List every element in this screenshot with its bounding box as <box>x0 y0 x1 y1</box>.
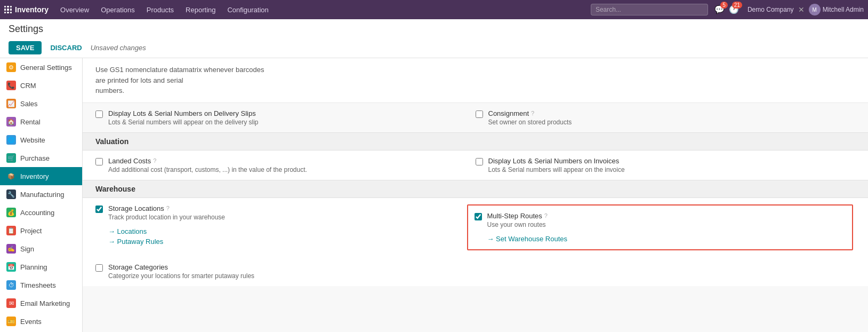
sidebar-label-crm: CRM <box>20 82 36 90</box>
storage-locations-checkbox[interactable] <box>95 205 103 213</box>
manufacturing-icon: 🔧 <box>6 189 16 199</box>
consignment-label[interactable]: Consignment ? <box>488 109 856 117</box>
sidebar-item-accounting[interactable]: 💰 Accounting <box>0 203 82 222</box>
app-logo[interactable]: Inventory <box>4 5 49 14</box>
sidebar-label-project: Project <box>20 227 42 235</box>
multi-step-routes-help-icon[interactable]: ? <box>544 212 548 219</box>
sidebar-item-sign[interactable]: ✍ Sign <box>0 240 82 258</box>
page-title: Settings <box>9 23 859 38</box>
project-icon: 📋 <box>6 226 16 235</box>
sidebar-item-purchase[interactable]: 🛒 Purchase <box>0 149 82 167</box>
partial-section: Use GS1 nomenclature datamatrix whenever… <box>83 58 868 103</box>
nav-configuration[interactable]: Configuration <box>222 4 274 16</box>
consignment-help-icon[interactable]: ? <box>531 110 534 116</box>
multi-step-routes-checkbox[interactable] <box>475 213 482 220</box>
landed-costs-setting: Landed Costs ? Add additional cost (tran… <box>95 157 476 173</box>
storage-categories-row: Storage Categories Categorize your locat… <box>83 257 868 286</box>
multi-step-routes-desc: Use your own routes <box>487 221 846 228</box>
storage-locations-info: Storage Locations ? Track product locati… <box>108 204 467 246</box>
app-name: Inventory <box>15 5 49 14</box>
sidebar-item-website[interactable]: 🌐 Website <box>0 131 82 149</box>
content-area: Use GS1 nomenclature datamatrix whenever… <box>83 58 868 332</box>
sidebar-label-email-marketing: Email Marketing <box>20 299 70 307</box>
sidebar-label-sign: Sign <box>20 245 34 253</box>
activities-icon[interactable]: 🕐 21 <box>729 5 739 14</box>
discard-button[interactable]: DISCARD <box>46 41 86 54</box>
display-lots-delivery-label[interactable]: Display Lots & Serial Numbers on Deliver… <box>108 109 476 117</box>
storage-categories-info: Storage Categories Categorize your locat… <box>108 263 476 280</box>
sidebar-label-manufacturing: Manufacturing <box>20 191 64 199</box>
multi-step-routes-label[interactable]: Multi-Step Routes ? <box>487 212 846 220</box>
sidebar-label-accounting: Accounting <box>20 209 54 217</box>
display-lots-invoices-setting: Display Lots & Serial Numbers on Invoice… <box>476 157 856 173</box>
save-button[interactable]: SAVE <box>9 41 42 54</box>
sidebar-label-events: Events <box>20 318 42 326</box>
landed-costs-desc: Add additional cost (transport, customs,… <box>108 166 476 173</box>
multi-step-routes-info: Multi-Step Routes ? Use your own routes … <box>487 212 846 243</box>
sidebar-item-sales[interactable]: 📈 Sales <box>0 94 82 113</box>
storage-categories-setting: Storage Categories Categorize your locat… <box>95 263 476 280</box>
warehouse-settings-row: Storage Locations ? Track product locati… <box>83 198 868 257</box>
valuation-section-header: Valuation <box>83 132 868 151</box>
sidebar-label-timesheets: Timesheets <box>20 281 56 289</box>
nav-overview[interactable]: Overview <box>55 4 94 16</box>
display-lots-invoices-desc: Lots & Serial numbers will appear on the… <box>488 166 856 173</box>
user-name: Mitchell Admin <box>823 6 864 13</box>
rental-icon: 🏠 <box>6 117 16 127</box>
sidebar-item-project[interactable]: 📋 Project <box>0 222 82 240</box>
valuation-settings-row: Landed Costs ? Add additional cost (tran… <box>83 151 868 180</box>
display-lots-delivery-setting: Display Lots & Serial Numbers on Deliver… <box>95 109 476 126</box>
email-marketing-icon: ✉ <box>6 298 16 308</box>
sidebar-item-crm[interactable]: 📞 CRM <box>0 76 82 94</box>
storage-locations-desc: Track product location in your warehouse <box>108 214 467 221</box>
storage-categories-label[interactable]: Storage Categories <box>108 263 476 271</box>
sidebar-item-events[interactable]: 🎫 Events <box>0 312 82 330</box>
nav-products[interactable]: Products <box>141 4 179 16</box>
sidebar-item-email-marketing[interactable]: ✉ Email Marketing <box>0 294 82 312</box>
consignment-checkbox[interactable] <box>476 110 483 118</box>
purchase-icon: 🛒 <box>6 153 16 163</box>
sidebar-item-inventory[interactable]: 📦 Inventory <box>0 167 82 185</box>
consignment-info: Consignment ? Set owner on stored produc… <box>488 109 856 126</box>
user-avatar: M <box>809 4 821 15</box>
storage-locations-label[interactable]: Storage Locations ? <box>108 204 467 212</box>
toolbar: SAVE DISCARD Unsaved changes <box>9 38 859 58</box>
sidebar-item-timesheets[interactable]: ⏱ Timesheets <box>0 276 82 294</box>
events-icon: 🎫 <box>6 317 16 326</box>
putaway-rules-link[interactable]: → Putaway Rules <box>108 238 163 246</box>
storage-categories-checkbox[interactable] <box>95 264 103 272</box>
storage-locations-help-icon[interactable]: ? <box>166 205 170 211</box>
locations-link[interactable]: → Locations <box>108 227 147 235</box>
company-name: Demo Company <box>748 6 794 13</box>
nav-reporting[interactable]: Reporting <box>180 4 221 16</box>
warehouse-section-header: Warehouse <box>83 180 868 198</box>
display-lots-invoices-checkbox[interactable] <box>476 158 483 165</box>
delivery-consignment-row: Display Lots & Serial Numbers on Deliver… <box>83 103 868 132</box>
messages-icon[interactable]: 💬 5 <box>714 5 725 14</box>
user-menu[interactable]: M Mitchell Admin <box>809 4 864 15</box>
display-lots-invoices-label[interactable]: Display Lots & Serial Numbers on Invoice… <box>488 157 856 165</box>
sidebar-item-manufacturing[interactable]: 🔧 Manufacturing <box>0 185 82 203</box>
sales-icon: 📈 <box>6 99 16 108</box>
sidebar-label-inventory: Inventory <box>20 172 49 180</box>
global-search-input[interactable] <box>591 4 708 15</box>
sidebar-item-general-settings[interactable]: ⚙ General Settings <box>0 58 82 76</box>
sidebar-label-rental: Rental <box>20 118 41 126</box>
storage-categories-desc: Categorize your locations for smarter pu… <box>108 272 476 280</box>
landed-costs-label[interactable]: Landed Costs ? <box>108 157 476 165</box>
set-warehouse-routes-link[interactable]: → Set Warehouse Routes <box>487 235 568 243</box>
landed-costs-help-icon[interactable]: ? <box>153 157 156 164</box>
nav-operations[interactable]: Operations <box>95 4 140 16</box>
display-lots-delivery-checkbox[interactable] <box>95 110 103 118</box>
grid-icon <box>4 6 12 13</box>
website-icon: 🌐 <box>6 135 16 145</box>
sidebar-item-planning[interactable]: 📅 Planning <box>0 258 82 276</box>
storage-locations-setting: Storage Locations ? Track product locati… <box>95 204 467 246</box>
main-layout: ⚙ General Settings 📞 CRM 📈 Sales 🏠 Renta… <box>0 58 868 332</box>
consignment-setting: Consignment ? Set owner on stored produc… <box>476 109 856 126</box>
landed-costs-checkbox[interactable] <box>95 158 103 165</box>
sidebar-label-planning: Planning <box>20 263 47 271</box>
tools-icon: ✕ <box>798 5 805 14</box>
sidebar-item-rental[interactable]: 🏠 Rental <box>0 113 82 131</box>
general-settings-icon: ⚙ <box>6 62 16 72</box>
